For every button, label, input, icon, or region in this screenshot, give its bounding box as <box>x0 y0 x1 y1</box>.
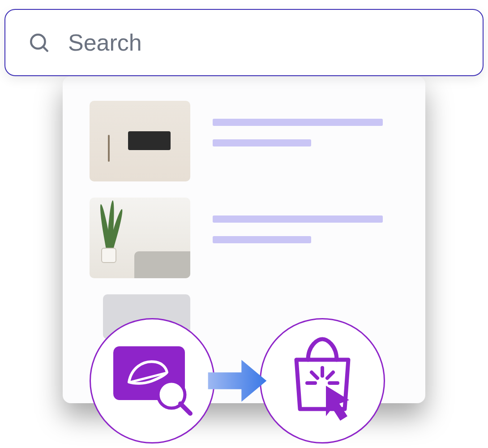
skeleton-line <box>213 139 311 146</box>
skeleton-line <box>213 119 383 126</box>
product-image-search-icon <box>109 342 196 420</box>
search-bar[interactable] <box>4 9 484 76</box>
svg-line-6 <box>312 372 317 378</box>
flow-badges <box>90 318 385 444</box>
result-thumbnail <box>90 101 190 181</box>
search-input[interactable] <box>68 29 460 56</box>
result-item[interactable] <box>90 198 398 278</box>
svg-line-1 <box>43 47 47 51</box>
result-thumbnail <box>90 198 190 278</box>
shopping-bag-click-icon <box>278 333 367 429</box>
skeleton-line <box>213 215 383 223</box>
result-item[interactable] <box>90 101 398 181</box>
arrow-right-icon <box>206 352 269 410</box>
purchase-badge <box>260 318 385 444</box>
result-text-skeleton <box>213 198 398 257</box>
visual-search-badge <box>90 318 215 444</box>
result-text-skeleton <box>213 101 398 160</box>
skeleton-line <box>213 236 311 243</box>
svg-line-4 <box>180 404 190 414</box>
svg-line-7 <box>327 372 333 378</box>
search-icon <box>28 31 50 54</box>
